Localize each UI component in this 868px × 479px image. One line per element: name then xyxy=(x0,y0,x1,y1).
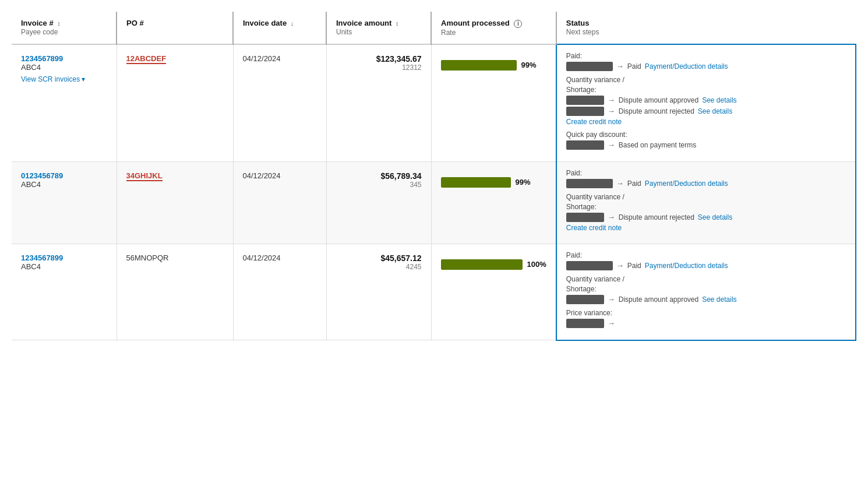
info-icon-processed[interactable]: i xyxy=(514,20,522,28)
cell-po-number: 12ABCDEF xyxy=(117,44,233,162)
rate-percentage: 99% xyxy=(521,61,537,69)
cell-invoice-number: 1234567899 ABC4 xyxy=(12,244,117,340)
cell-invoice-date: 04/12/2024 xyxy=(233,244,326,340)
paid-amount-redacted xyxy=(566,62,613,71)
cell-invoice-amount: $45,657.12 4245 xyxy=(326,244,431,340)
po-number-text: 56MNOPQR xyxy=(126,253,169,262)
credit-note-row: Create credit note xyxy=(566,224,846,232)
quickpay-row: → Based on payment terms xyxy=(566,140,846,150)
create-credit-note-link[interactable]: Create credit note xyxy=(566,224,622,232)
sort-icon-date[interactable]: ↓ xyxy=(291,20,294,27)
invoice-date: 04/12/2024 xyxy=(243,253,281,262)
arrow-icon3: → xyxy=(608,107,615,115)
create-credit-note-link[interactable]: Create credit note xyxy=(566,118,622,126)
paid-amount-redacted xyxy=(566,179,613,188)
col-header-nextsteps-sublabel: Next steps xyxy=(566,28,599,36)
status-paid-section: Paid: → Paid Payment/Deduction details xyxy=(566,251,846,270)
invoice-number-link[interactable]: 0123456789 xyxy=(21,171,63,180)
col-header-processed-label: Amount processed xyxy=(441,19,510,27)
status-pricevariance-section: Price variance: → xyxy=(566,309,846,328)
dispute1-row: → Dispute amount approved See details xyxy=(566,295,846,304)
cell-amount-processed: 99% xyxy=(431,44,556,162)
view-scr-invoices[interactable]: View SCR invoices ▾ xyxy=(21,75,85,83)
status-paid-section: Paid: → Paid Payment/Deduction details xyxy=(566,169,846,188)
invoice-amount-value: $56,789.34 xyxy=(336,171,422,181)
status-shortage-section: Quantity variance / Shortage: → Dispute … xyxy=(566,76,846,126)
col-header-status-label: Status xyxy=(566,19,590,27)
col-header-payee-sublabel: Payee code xyxy=(21,28,58,36)
rate-percentage: 100% xyxy=(527,260,546,269)
paid-label: Paid: xyxy=(566,52,846,60)
dispute1-see-details-link[interactable]: See details xyxy=(702,295,736,304)
paid-text: Paid xyxy=(627,179,641,188)
col-header-amount-label: Invoice amount xyxy=(336,19,391,27)
paid-text: Paid xyxy=(627,262,641,270)
arrow-icon: → xyxy=(616,62,624,71)
cell-invoice-date: 04/12/2024 xyxy=(233,44,326,162)
po-number-link[interactable]: 34GHIJKL xyxy=(126,171,163,181)
arrow-icon: → xyxy=(616,179,624,188)
paid-amount-redacted xyxy=(566,261,613,270)
dispute2-see-details-link[interactable]: See details xyxy=(698,213,732,221)
dispute2-row: → Dispute amount rejected See details xyxy=(566,213,846,222)
cell-status: Paid: → Paid Payment/Deduction details Q… xyxy=(556,161,856,244)
dispute2-text: Dispute amount rejected xyxy=(619,213,694,221)
dispute2-row: → Dispute amount rejected See details xyxy=(566,107,846,116)
col-header-date: Invoice date ↓ xyxy=(233,12,326,44)
sort-icon-invoice[interactable]: ↕ xyxy=(57,20,61,27)
payment-deduction-link[interactable]: Payment/Deduction details xyxy=(645,62,728,71)
arrow-icon2: → xyxy=(608,96,615,104)
arrow-icon3: → xyxy=(608,213,615,221)
units-value: 12312 xyxy=(336,64,422,72)
col-header-units-sublabel: Units xyxy=(336,28,352,36)
invoice-date: 04/12/2024 xyxy=(243,171,281,180)
price-variance-redacted xyxy=(566,319,604,328)
quantity-variance-label: Quantity variance / xyxy=(566,76,846,84)
paid-row: → Paid Payment/Deduction details xyxy=(566,179,846,188)
arrow-icon2: → xyxy=(608,295,615,304)
arrow-icon5: → xyxy=(608,319,615,327)
col-header-date-label: Invoice date xyxy=(243,19,287,27)
cell-status: Paid: → Paid Payment/Deduction details Q… xyxy=(556,244,856,340)
dispute1-row: → Dispute amount approved See details xyxy=(566,96,846,105)
status-shortage-section: Quantity variance / Shortage: → Dispute … xyxy=(566,193,846,232)
dispute2-amount-redacted xyxy=(566,107,604,116)
arrow-icon4: → xyxy=(608,140,615,149)
po-number-link[interactable]: 12ABCDEF xyxy=(126,54,167,64)
rate-bar-container: 100% xyxy=(441,259,546,270)
col-header-processed: Amount processed i Rate xyxy=(431,12,556,44)
payee-code: ABC4 xyxy=(21,63,41,72)
quickpay-amount-redacted xyxy=(566,140,604,150)
invoice-amount-value: $45,657.12 xyxy=(336,253,422,263)
paid-text: Paid xyxy=(627,62,641,71)
rate-bar xyxy=(441,177,511,188)
sort-icon-amount[interactable]: ↕ xyxy=(396,20,399,27)
shortage-label: Shortage: xyxy=(566,203,846,211)
invoice-number-link[interactable]: 1234567899 xyxy=(21,253,63,262)
dispute2-amount-redacted xyxy=(566,213,604,222)
table-row: 1234567899 ABC4 56MNOPQR04/12/2024 $45,6… xyxy=(12,244,856,340)
cell-amount-processed: 100% xyxy=(431,244,556,340)
payee-code: ABC4 xyxy=(21,262,41,271)
units-value: 4245 xyxy=(336,263,422,271)
quickpay-text: Based on payment terms xyxy=(619,141,696,149)
arrow-icon: → xyxy=(616,261,624,270)
price-variance-row: → xyxy=(566,319,846,328)
paid-label: Paid: xyxy=(566,251,846,259)
col-header-invoice: Invoice # ↕ Payee code xyxy=(12,12,117,44)
cell-po-number: 34GHIJKL xyxy=(117,161,233,244)
cell-invoice-date: 04/12/2024 xyxy=(233,161,326,244)
col-header-status: Status Next steps xyxy=(556,12,856,44)
dispute2-see-details-link[interactable]: See details xyxy=(698,107,732,115)
invoice-amount-value: $123,345.67 xyxy=(336,54,422,64)
dispute1-see-details-link[interactable]: See details xyxy=(702,96,736,104)
payment-deduction-link[interactable]: Payment/Deduction details xyxy=(645,262,728,270)
paid-row: → Paid Payment/Deduction details xyxy=(566,62,846,71)
payment-deduction-link[interactable]: Payment/Deduction details xyxy=(645,179,728,188)
quickpay-label: Quick pay discount: xyxy=(566,131,846,139)
dispute1-amount-redacted xyxy=(566,295,604,304)
payee-code: ABC4 xyxy=(21,180,41,189)
invoice-number-link[interactable]: 1234567899 xyxy=(21,54,63,63)
cell-invoice-number: 0123456789 ABC4 xyxy=(12,161,117,244)
cell-invoice-number: 1234567899 ABC4 View SCR invoices ▾ xyxy=(12,44,117,162)
